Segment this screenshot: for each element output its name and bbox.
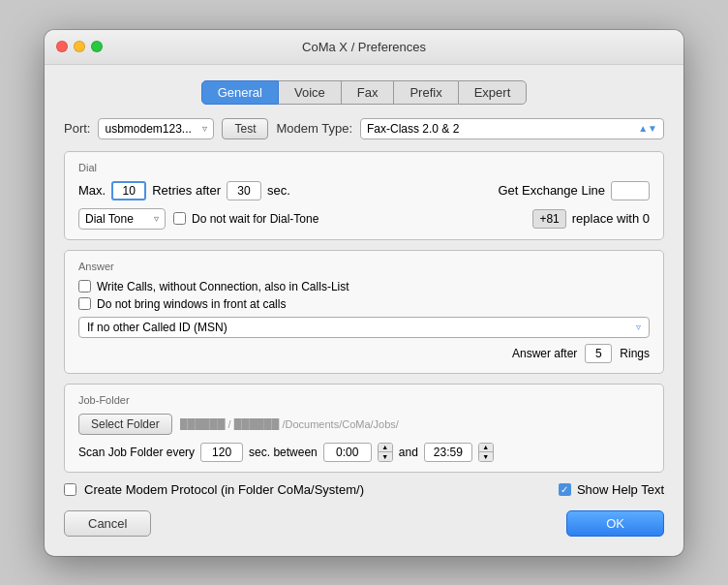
rings-label: Rings	[620, 347, 650, 360]
get-exchange-label: Get Exchange Line	[498, 183, 605, 198]
port-value: usbmodem123...	[105, 122, 191, 136]
port-select[interactable]: usbmodem123... ▿	[98, 118, 214, 139]
port-label: Port:	[64, 121, 90, 136]
replace-with-label: replace with 0	[572, 211, 650, 226]
maximize-button[interactable]	[91, 41, 103, 52]
scan-row: Scan Job Folder every sec. between ▲ ▼ a…	[78, 443, 650, 462]
dial-tone-select[interactable]: Dial Tone ▿	[78, 208, 166, 230]
answer-after-row: Answer after Rings	[78, 344, 650, 363]
tab-voice[interactable]: Voice	[279, 80, 341, 105]
window-title: CoMa X / Preferences	[302, 40, 426, 54]
no-bring-checkbox[interactable]	[78, 297, 91, 310]
job-folder-label: Job-Folder	[78, 394, 650, 406]
tab-general[interactable]: General	[201, 80, 279, 105]
msn-select[interactable]: If no other Called ID (MSN) ▿	[78, 317, 650, 338]
write-calls-row: Write Calls, without Connection, also in…	[78, 280, 650, 293]
title-bar: CoMa X / Preferences	[45, 30, 683, 65]
max-label: Max.	[78, 183, 106, 198]
time-from-down[interactable]: ▼	[379, 452, 392, 461]
bottom-row: Create Modem Protocol (in Folder CoMa/Sy…	[64, 482, 664, 497]
show-help-checkbox[interactable]: ✓	[559, 483, 571, 496]
modem-type-label: Modem Type:	[276, 121, 352, 136]
show-help-label: Show Help Text	[577, 482, 664, 497]
get-exchange-input[interactable]	[611, 181, 650, 200]
traffic-lights	[56, 41, 103, 52]
time-to-input[interactable]	[424, 443, 472, 462]
create-protocol-label: Create Modem Protocol (in Folder CoMa/Sy…	[84, 482, 364, 497]
answer-section: Answer Write Calls, without Connection, …	[64, 250, 664, 374]
minimize-button[interactable]	[74, 41, 85, 52]
answer-after-label: Answer after	[512, 347, 577, 360]
port-row: Port: usbmodem123... ▿ Test Modem Type: …	[64, 118, 664, 139]
no-wait-checkbox[interactable]	[173, 212, 186, 225]
dial-section-label: Dial	[78, 162, 650, 173]
msn-row: If no other Called ID (MSN) ▿	[78, 317, 650, 338]
msn-value: If no other Called ID (MSN)	[87, 321, 228, 334]
no-wait-label: Do not wait for Dial-Tone	[192, 212, 318, 226]
create-protocol-checkbox[interactable]	[64, 483, 76, 496]
no-bring-row: Do not bring windows in front at calls	[78, 297, 650, 311]
close-button[interactable]	[56, 41, 68, 52]
max-input[interactable]	[111, 181, 146, 200]
modem-type-arrow-icon: ▲▼	[638, 123, 657, 134]
cancel-button[interactable]: Cancel	[64, 510, 151, 537]
no-wait-row: Do not wait for Dial-Tone	[173, 212, 318, 226]
country-code: +81	[532, 209, 565, 229]
scan-label: Scan Job Folder every	[78, 446, 195, 459]
tab-bar: General Voice Fax Prefix Expert	[64, 80, 664, 105]
test-button[interactable]: Test	[222, 118, 268, 139]
folder-path: ██████ / ██████ /Documents/CoMa/Jobs/	[180, 418, 650, 430]
rings-input[interactable]	[585, 344, 612, 363]
select-folder-button[interactable]: Select Folder	[78, 414, 172, 435]
time-to-stepper[interactable]: ▲ ▼	[478, 443, 494, 462]
write-calls-checkbox[interactable]	[78, 280, 91, 292]
scan-input[interactable]	[200, 443, 243, 462]
ok-button[interactable]: OK	[566, 510, 664, 537]
retries-after-label: Retries after	[152, 183, 221, 198]
msn-arrow-icon: ▿	[636, 322, 641, 332]
sec-between-label: sec. between	[249, 446, 318, 459]
buttons-row: Cancel OK	[64, 510, 664, 537]
retries-input[interactable]	[227, 181, 261, 200]
write-calls-label: Write Calls, without Connection, also in…	[97, 280, 349, 293]
port-arrow-icon: ▿	[202, 123, 207, 134]
tab-expert[interactable]: Expert	[458, 80, 528, 105]
time-from-up[interactable]: ▲	[379, 444, 392, 452]
modem-type-select[interactable]: Fax-Class 2.0 & 2 ▲▼	[360, 118, 664, 139]
select-folder-row: Select Folder ██████ / ██████ /Documents…	[78, 414, 650, 435]
dial-tone-arrow-icon: ▿	[154, 213, 159, 224]
tab-fax[interactable]: Fax	[341, 80, 394, 105]
sec-label: sec.	[267, 183, 290, 198]
time-to-up[interactable]: ▲	[479, 444, 493, 452]
preferences-window: CoMa X / Preferences General Voice Fax P…	[45, 30, 683, 556]
dial-section: Dial Max. Retries after sec. Get Exchang…	[64, 151, 664, 240]
job-folder-section: Job-Folder Select Folder ██████ / ██████…	[64, 384, 664, 473]
dial-tone-value: Dial Tone	[85, 212, 134, 226]
time-from-stepper[interactable]: ▲ ▼	[378, 443, 393, 462]
answer-section-label: Answer	[78, 261, 650, 272]
tab-prefix[interactable]: Prefix	[393, 80, 457, 105]
time-to-down[interactable]: ▼	[479, 452, 493, 461]
no-bring-label: Do not bring windows in front at calls	[97, 297, 286, 311]
and-label: and	[399, 446, 418, 459]
time-from-input[interactable]	[323, 443, 372, 462]
modem-type-value: Fax-Class 2.0 & 2	[367, 122, 459, 136]
